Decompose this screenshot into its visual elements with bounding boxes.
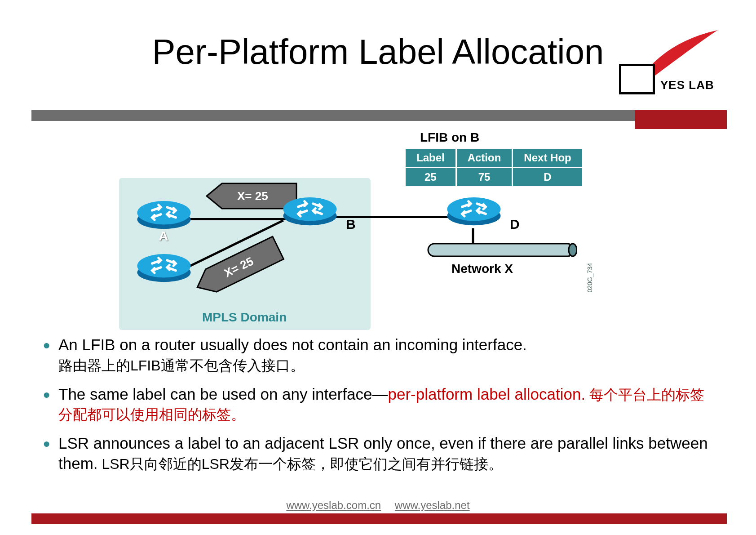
lfib-cell-label: 25 bbox=[405, 168, 456, 187]
network-x-label: Network X bbox=[451, 262, 513, 276]
network-diagram: MPLS Domain LFIB on B Label Action Next … bbox=[119, 130, 627, 330]
bullet-1-en: An LFIB on a router usually does not con… bbox=[58, 336, 527, 353]
router-b-label: B bbox=[346, 217, 356, 232]
logo-text: YES LAB bbox=[660, 78, 714, 92]
lfib-cell-nexthop: D bbox=[513, 168, 583, 187]
lfib-cell-action: 75 bbox=[456, 168, 513, 187]
list-item: The same label can be used on any interf… bbox=[40, 384, 716, 425]
svg-point-11 bbox=[569, 244, 577, 256]
network-pipe-icon bbox=[424, 243, 577, 257]
router-b: B bbox=[279, 194, 341, 226]
router-d: D bbox=[442, 194, 505, 226]
footer-link-2[interactable]: www.yeslab.net bbox=[395, 499, 470, 511]
label-tag-1-text: X= 25 bbox=[237, 189, 268, 203]
bullet-3-cn: LSR只向邻近的LSR发布一个标签，即使它们之间有并行链接。 bbox=[98, 456, 503, 472]
lfib-header-nexthop: Next Hop bbox=[513, 148, 583, 168]
bullet-list: An LFIB on a router usually does not con… bbox=[40, 335, 716, 483]
footer-bar bbox=[31, 513, 727, 524]
mpls-domain-label: MPLS Domain bbox=[202, 310, 287, 325]
svg-point-5 bbox=[137, 254, 191, 278]
slide-title: Per-Platform Label Allocation bbox=[40, 31, 716, 72]
svg-point-3 bbox=[137, 201, 191, 225]
list-item: An LFIB on a router usually does not con… bbox=[40, 335, 716, 375]
header-accent bbox=[635, 110, 727, 129]
router-a2 bbox=[133, 251, 195, 282]
svg-rect-10 bbox=[428, 244, 574, 256]
link-a-b bbox=[186, 218, 290, 220]
router-d-label: D bbox=[510, 217, 520, 232]
slide: Per-Platform Label Allocation YES LAB MP… bbox=[0, 0, 756, 535]
logo: YES LAB bbox=[619, 31, 727, 94]
bullet-2-en-pre: The same label can be used on any interf… bbox=[58, 385, 388, 403]
lfib-table: Label Action Next Hop 25 75 D bbox=[404, 147, 584, 187]
lfib-header-label: Label bbox=[405, 148, 456, 168]
lfib-header-action: Action bbox=[456, 148, 513, 168]
bullet-1-cn: 路由器上的LFIB通常不包含传入接口。 bbox=[58, 357, 305, 374]
router-a: A bbox=[133, 198, 195, 229]
header-divider bbox=[31, 110, 727, 121]
lfib-title: LFIB on B bbox=[420, 130, 479, 145]
table-row: Label Action Next Hop bbox=[405, 148, 583, 168]
router-a-label: A bbox=[159, 228, 168, 244]
list-item: LSR announces a label to an adjacent LSR… bbox=[40, 433, 716, 474]
footer-links: www.yeslab.com.cn www.yeslab.net bbox=[0, 499, 756, 512]
image-code: 020G_734 bbox=[586, 263, 593, 292]
footer-link-1[interactable]: www.yeslab.com.cn bbox=[286, 499, 381, 511]
svg-point-9 bbox=[447, 197, 501, 221]
bullet-2-en-red: per-platform label allocation. bbox=[388, 385, 586, 403]
table-row: 25 75 D bbox=[405, 168, 583, 187]
logo-box-icon bbox=[619, 64, 655, 94]
svg-point-7 bbox=[283, 197, 337, 221]
